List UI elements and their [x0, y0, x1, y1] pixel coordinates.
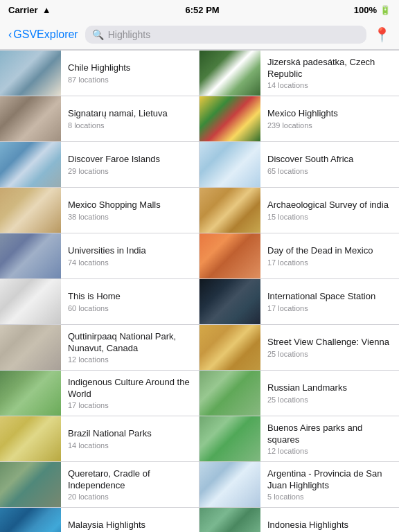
card-title: Malaysia Highlights — [68, 520, 192, 531]
nav-bar: ‹ GSVExplorer 🔍 Highlights 📍 — [0, 19, 399, 50]
card-thumbnail — [200, 508, 260, 532]
card-title: Signatarų namai, Lietuva — [68, 108, 192, 120]
card-subtitle: 38 locations — [68, 213, 192, 221]
list-item[interactable]: Queretaro, Cradle of Independence 20 loc… — [0, 462, 200, 508]
list-item[interactable]: Buenos Aires parks and squares 12 locati… — [200, 416, 399, 462]
list-item[interactable]: Quttinirpaaq National Park, Nunavut, Can… — [0, 325, 200, 371]
card-title: Russian Landmarks — [267, 382, 392, 394]
card-thumbnail — [200, 188, 260, 233]
list-item[interactable]: Malaysia Highlights 108 locations — [0, 508, 200, 532]
card-title: Indonesia Highlights — [267, 520, 392, 531]
list-item[interactable]: Brazil National Parks 14 locations — [0, 416, 200, 462]
list-item[interactable]: Discover South Africa 65 locations — [200, 142, 399, 188]
card-info: Brazil National Parks 14 locations — [61, 428, 199, 450]
card-subtitle: 25 locations — [267, 350, 392, 358]
card-info: Mexico Shopping Malls 38 locations — [61, 200, 199, 221]
list-item[interactable]: Indonesia Highlights 105 locations — [200, 508, 399, 532]
card-subtitle: 12 locations — [267, 447, 392, 455]
card-thumbnail — [0, 96, 61, 142]
search-placeholder: Highlights — [108, 29, 150, 40]
list-item[interactable]: Mexico Shopping Malls 38 locations — [0, 188, 200, 233]
card-thumbnail — [200, 96, 260, 142]
card-subtitle: 87 locations — [68, 76, 192, 84]
card-info: Archaeological Survey of india 15 locati… — [260, 200, 399, 221]
list-item[interactable]: Discover Faroe Islands 29 locations — [0, 142, 200, 188]
card-thumbnail — [0, 51, 61, 96]
card-info: This is Home 60 locations — [61, 291, 199, 312]
card-thumbnail — [0, 416, 61, 462]
card-subtitle: 20 locations — [68, 493, 192, 501]
location-pin-icon[interactable]: 📍 — [373, 26, 391, 43]
card-info: Discover South Africa 65 locations — [260, 154, 399, 175]
list-item[interactable]: Russian Landmarks 25 locations — [200, 371, 399, 416]
card-thumbnail — [0, 462, 61, 508]
card-info: Buenos Aires parks and squares 12 locati… — [260, 423, 399, 456]
card-thumbnail — [200, 279, 260, 325]
card-thumbnail — [200, 51, 260, 96]
card-subtitle: 74 locations — [68, 258, 192, 267]
card-thumbnail — [0, 188, 61, 233]
status-bar: Carrier ▲ 6:52 PM 100% 🔋 — [0, 0, 399, 19]
chevron-left-icon: ‹ — [8, 28, 12, 41]
time-label: 6:52 PM — [186, 5, 220, 15]
card-info: Mexico Highlights 239 locations — [260, 108, 399, 130]
card-title: International Space Station — [267, 291, 392, 303]
card-info: Chile Highlights 87 locations — [61, 62, 199, 84]
card-title: Jizerská padesátka, Czech Republic — [267, 57, 392, 80]
card-title: Quttinirpaaq National Park, Nunavut, Can… — [68, 331, 192, 355]
list-item[interactable]: Archaeological Survey of india 15 locati… — [200, 188, 399, 233]
card-subtitle: 14 locations — [68, 441, 192, 450]
back-button[interactable]: ‹ GSVExplorer — [8, 28, 78, 41]
card-thumbnail — [0, 371, 61, 416]
card-thumbnail — [0, 142, 61, 188]
card-subtitle: 239 locations — [267, 121, 392, 130]
list-item[interactable]: International Space Station 17 locations — [200, 279, 399, 325]
list-item[interactable]: Chile Highlights 87 locations — [0, 51, 200, 96]
card-thumbnail — [0, 325, 61, 371]
card-thumbnail — [200, 233, 260, 279]
card-subtitle: 8 locations — [68, 121, 192, 130]
list-item[interactable]: Street View Challenge: Vienna 25 locatio… — [200, 325, 399, 371]
card-subtitle: 25 locations — [267, 396, 392, 404]
card-title: Discover South Africa — [267, 154, 392, 166]
card-thumbnail — [200, 325, 260, 371]
card-subtitle: 12 locations — [68, 355, 192, 364]
card-title: Brazil National Parks — [68, 428, 192, 440]
list-item[interactable]: Day of the Dead in Mexico 17 locations — [200, 233, 399, 279]
card-info: Day of the Dead in Mexico 17 locations — [260, 245, 399, 267]
search-icon: 🔍 — [92, 29, 104, 40]
card-info: Russian Landmarks 25 locations — [260, 382, 399, 404]
battery-icon: 🔋 — [380, 5, 391, 15]
card-title: Archaeological Survey of india — [267, 200, 392, 211]
card-title: Universities in India — [68, 245, 192, 257]
card-info: Jizerská padesátka, Czech Republic 14 lo… — [260, 57, 399, 90]
search-bar[interactable]: 🔍 Highlights — [85, 26, 366, 44]
wifi-icon: ▲ — [42, 5, 51, 15]
card-title: This is Home — [68, 291, 192, 303]
card-subtitle: 60 locations — [68, 304, 192, 312]
card-title: Indigenous Culture Around the World — [68, 377, 192, 400]
list-item[interactable]: Mexico Highlights 239 locations — [200, 96, 399, 142]
list-item[interactable]: This is Home 60 locations — [0, 279, 200, 325]
card-info: Indigenous Culture Around the World 17 l… — [61, 377, 199, 410]
card-thumbnail — [200, 371, 260, 416]
card-title: Chile Highlights — [68, 62, 192, 74]
card-grid: Chile Highlights 87 locations Jizerská p… — [0, 50, 399, 532]
list-item[interactable]: Universities in India 74 locations — [0, 233, 200, 279]
back-label: GSVExplorer — [13, 28, 78, 41]
card-subtitle: 29 locations — [68, 167, 192, 175]
card-title: Street View Challenge: Vienna — [267, 337, 392, 348]
battery-label: 100% — [354, 5, 377, 15]
card-thumbnail — [200, 462, 260, 508]
card-info: Argentina - Provincia de San Juan Highli… — [260, 468, 399, 502]
list-item[interactable]: Jizerská padesátka, Czech Republic 14 lo… — [200, 51, 399, 96]
card-info: Quttinirpaaq National Park, Nunavut, Can… — [61, 331, 199, 364]
card-info: Malaysia Highlights 108 locations — [61, 520, 199, 532]
card-subtitle: 5 locations — [267, 493, 392, 501]
card-thumbnail — [0, 279, 61, 325]
list-item[interactable]: Indigenous Culture Around the World 17 l… — [0, 371, 200, 416]
list-item[interactable]: Argentina - Provincia de San Juan Highli… — [200, 462, 399, 508]
card-subtitle: 17 locations — [267, 258, 392, 267]
card-thumbnail — [0, 233, 61, 279]
list-item[interactable]: Signatarų namai, Lietuva 8 locations — [0, 96, 200, 142]
